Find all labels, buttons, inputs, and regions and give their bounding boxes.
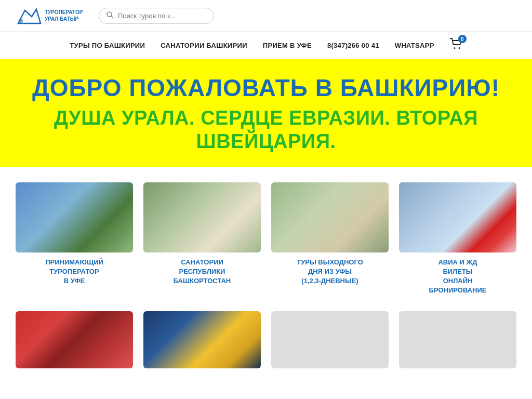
- card-bottom-3: [271, 311, 389, 368]
- logo-text: ТУРОПЕРАТОР УРАЛ БАТЫР: [45, 9, 83, 22]
- cart-badge: 0: [458, 35, 467, 43]
- hero-banner: ДОБРО ПОЖАЛОВАТЬ В БАШКИРИЮ! ДУША УРАЛА.…: [0, 59, 532, 167]
- card-label-accepting-operator: ПРИНИМАЮЩИЙТУРОПЕРАТОРВ УФЕ: [45, 258, 103, 286]
- svg-line-3: [111, 16, 113, 18]
- logo[interactable]: ТУРОПЕРАТОР УРАЛ БАТЫР: [16, 5, 99, 26]
- svg-point-5: [458, 47, 460, 49]
- card-avia-tickets[interactable]: АВИА и ЖДБИЛЕТЫОНЛАЙНБРОНИРОВАНИЕ: [399, 182, 516, 296]
- card-img-bottom-3: [271, 311, 389, 368]
- svg-point-4: [454, 47, 455, 49]
- card-sanatoriums-republic[interactable]: САНАТОРИИРЕСПУБЛИКИБАШКОРТОСТАН: [143, 182, 261, 296]
- card-bottom-1[interactable]: [16, 311, 133, 368]
- card-accepting-operator[interactable]: ПРИНИМАЮЩИЙТУРОПЕРАТОРВ УФЕ: [16, 182, 133, 296]
- cards-grid-bottom: [0, 301, 532, 374]
- search-bar[interactable]: [99, 8, 214, 24]
- card-img-accepting-operator: [16, 182, 133, 252]
- svg-point-1: [19, 19, 23, 23]
- search-input[interactable]: [118, 12, 206, 20]
- nav-tours-bashkiria[interactable]: ТУРЫ ПО БАШКИРИИ: [70, 42, 145, 49]
- hero-title: ДОБРО ПОЖАЛОВАТЬ В БАШКИРИЮ!: [21, 75, 511, 101]
- card-bottom-2[interactable]: [143, 311, 261, 368]
- card-img-bottom-4: [399, 311, 516, 368]
- card-label-sanatoriums-republic: САНАТОРИИРЕСПУБЛИКИБАШКОРТОСТАН: [174, 258, 231, 286]
- search-icon: [107, 11, 114, 20]
- card-img-weekend-tours: [271, 182, 389, 252]
- card-label-weekend-tours: ТУРЫ ВЫХОДНОГОДНЯ ИЗ УФЫ(1,2,3-дневные): [297, 258, 363, 286]
- nav-reception-ufa[interactable]: ПРИЕМ В УФЕ: [263, 42, 312, 49]
- logo-icon: [16, 5, 42, 26]
- card-img-bottom-2: [143, 311, 261, 368]
- nav-whatsapp[interactable]: WhatsApp: [395, 42, 434, 49]
- card-label-avia-tickets: АВИА и ЖДБИЛЕТЫОНЛАЙНБРОНИРОВАНИЕ: [429, 258, 487, 296]
- cart-button[interactable]: 0: [450, 38, 462, 52]
- nav-sanatoriums[interactable]: САНАТОРИИ БАШКИРИИ: [161, 42, 247, 49]
- card-img-sanatoriums-republic: [143, 182, 261, 252]
- main-nav: ТУРЫ ПО БАШКИРИИ САНАТОРИИ БАШКИРИИ ПРИЕ…: [0, 32, 532, 59]
- nav-phone[interactable]: 8(347)266 00 41: [327, 42, 379, 49]
- card-img-bottom-1: [16, 311, 133, 368]
- card-weekend-tours[interactable]: ТУРЫ ВЫХОДНОГОДНЯ ИЗ УФЫ(1,2,3-дневные): [271, 182, 389, 296]
- cards-section: ПРИНИМАЮЩИЙТУРОПЕРАТОРВ УФЕ САНАТОРИИРЕС…: [0, 167, 532, 301]
- cards-grid: ПРИНИМАЮЩИЙТУРОПЕРАТОРВ УФЕ САНАТОРИИРЕС…: [16, 182, 516, 296]
- hero-subtitle: ДУША УРАЛА. СЕРДЦЕ ЕВРАЗИИ. ВТОРАЯ ШВЕЙЦ…: [21, 107, 511, 154]
- card-img-avia-tickets: [399, 182, 516, 252]
- card-bottom-4: [399, 311, 516, 368]
- header: ТУРОПЕРАТОР УРАЛ БАТЫР: [0, 0, 532, 32]
